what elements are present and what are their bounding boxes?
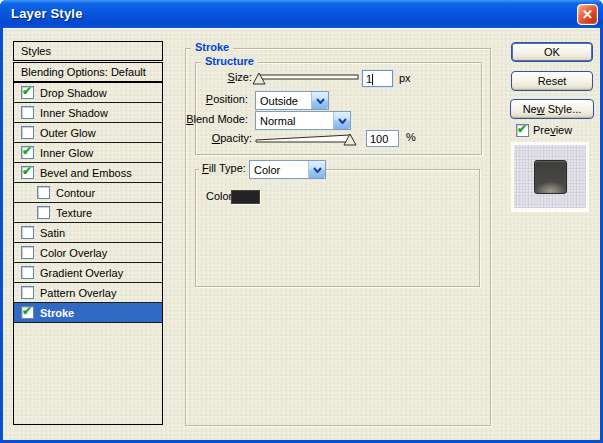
- style-list-item[interactable]: ✔ Stroke: [14, 303, 162, 323]
- check-icon: ✔: [22, 144, 32, 158]
- style-checkbox[interactable]: ✔: [21, 246, 34, 259]
- style-list-item[interactable]: ✔ Satin: [14, 223, 162, 243]
- style-checkbox[interactable]: ✔: [21, 286, 34, 299]
- size-slider[interactable]: [250, 67, 364, 86]
- style-label: Contour: [56, 187, 95, 199]
- stroke-group-legend: Stroke: [191, 41, 233, 53]
- styles-panel-header: Styles: [13, 41, 163, 61]
- opacity-slider[interactable]: [252, 128, 366, 148]
- style-checkbox[interactable]: ✔: [37, 206, 50, 219]
- structure-group-legend: Structure: [201, 55, 258, 67]
- check-icon: ✔: [517, 122, 527, 136]
- check-icon: ✔: [22, 304, 32, 318]
- style-label: Texture: [56, 207, 92, 219]
- style-checkbox[interactable]: ✔: [21, 166, 34, 179]
- chevron-down-icon: [313, 167, 322, 173]
- blending-options-label: Blending Options: Default: [21, 66, 146, 78]
- style-label: Drop Shadow: [40, 87, 107, 99]
- check-icon: ✔: [22, 84, 32, 98]
- styles-title: Styles: [21, 45, 51, 57]
- preview-label: Preview: [533, 124, 572, 136]
- style-checkbox[interactable]: ✔: [21, 306, 34, 319]
- blend-mode-value: Normal: [256, 112, 333, 129]
- fill-type-label: Fill Type:: [199, 162, 249, 174]
- fill-type-value: Color: [250, 161, 308, 178]
- size-label: Size:: [192, 71, 252, 83]
- style-label: Stroke: [40, 307, 74, 319]
- opacity-unit-label: %: [406, 131, 416, 143]
- blend-mode-label: Blend Mode:: [172, 113, 248, 125]
- style-list-item[interactable]: ✔ Inner Glow: [14, 143, 162, 163]
- blend-mode-dropdown-button[interactable]: [333, 112, 350, 129]
- close-icon: ✕: [582, 7, 593, 22]
- style-label: Inner Shadow: [40, 107, 108, 119]
- color-swatch[interactable]: [231, 190, 260, 204]
- fill-type-group-box: [195, 169, 480, 287]
- style-list-item[interactable]: ✔ Contour: [14, 183, 162, 203]
- style-list-item[interactable]: ✔ Gradient Overlay: [14, 263, 162, 283]
- reset-button[interactable]: Reset: [511, 71, 593, 91]
- text-caret: [372, 74, 373, 85]
- chevron-down-icon: [338, 118, 347, 124]
- style-checkbox[interactable]: ✔: [21, 126, 34, 139]
- fill-type-dropdown[interactable]: Color: [249, 160, 326, 179]
- styles-list-rows: ✔ Drop Shadow ✔ Inner Shadow ✔ Outer Glo…: [14, 83, 162, 323]
- style-list-item[interactable]: ✔ Bevel and Emboss: [14, 163, 162, 183]
- size-slider-track[interactable]: [260, 75, 358, 79]
- style-checkbox[interactable]: ✔: [37, 186, 50, 199]
- position-dropdown[interactable]: Outside: [255, 91, 329, 110]
- style-checkbox[interactable]: ✔: [21, 226, 34, 239]
- style-label: Pattern Overlay: [40, 287, 116, 299]
- layer-style-dialog: Layer Style ✕ Styles Blending Options: D…: [0, 0, 603, 443]
- fill-type-dropdown-button[interactable]: [308, 161, 325, 178]
- position-value: Outside: [256, 92, 311, 109]
- style-list-item[interactable]: ✔ Outer Glow: [14, 123, 162, 143]
- style-checkbox[interactable]: ✔: [21, 106, 34, 119]
- style-list-item[interactable]: ✔ Drop Shadow: [14, 83, 162, 103]
- style-label: Satin: [40, 227, 65, 239]
- blending-options-item[interactable]: Blending Options: Default: [14, 63, 162, 83]
- style-label: Outer Glow: [40, 127, 96, 139]
- style-list-item[interactable]: ✔ Color Overlay: [14, 243, 162, 263]
- position-dropdown-button[interactable]: [311, 92, 328, 109]
- style-checkbox[interactable]: ✔: [21, 146, 34, 159]
- style-label: Gradient Overlay: [40, 267, 123, 279]
- position-label: Position:: [188, 93, 248, 105]
- style-list-item[interactable]: ✔ Texture: [14, 203, 162, 223]
- preview-thumbnail: [511, 142, 589, 211]
- ok-button[interactable]: OK: [511, 42, 593, 62]
- title-bar[interactable]: Layer Style ✕: [0, 0, 603, 28]
- opacity-slider-track[interactable]: [256, 135, 350, 142]
- style-checkbox[interactable]: ✔: [21, 266, 34, 279]
- opacity-input[interactable]: 100: [366, 130, 399, 147]
- check-icon: ✔: [22, 164, 32, 178]
- style-list-item[interactable]: ✔ Pattern Overlay: [14, 283, 162, 303]
- style-checkbox[interactable]: ✔: [21, 86, 34, 99]
- close-button[interactable]: ✕: [577, 4, 598, 25]
- size-input[interactable]: 1: [362, 70, 393, 87]
- chevron-down-icon: [316, 98, 325, 104]
- new-style-button[interactable]: New Style...: [510, 99, 594, 119]
- style-label: Bevel and Emboss: [40, 167, 132, 179]
- preview-thumbnail-canvas: [514, 145, 586, 208]
- styles-list: Blending Options: Default ✔ Drop Shadow …: [13, 62, 163, 425]
- preview-checkbox[interactable]: ✔: [516, 124, 529, 137]
- opacity-label: Opacity:: [192, 132, 252, 144]
- preview-styled-layer: [534, 160, 567, 194]
- style-label: Inner Glow: [40, 147, 93, 159]
- window-title: Layer Style: [11, 6, 83, 21]
- size-unit-label: px: [399, 72, 411, 84]
- style-label: Color Overlay: [40, 247, 107, 259]
- style-list-item[interactable]: ✔ Inner Shadow: [14, 103, 162, 123]
